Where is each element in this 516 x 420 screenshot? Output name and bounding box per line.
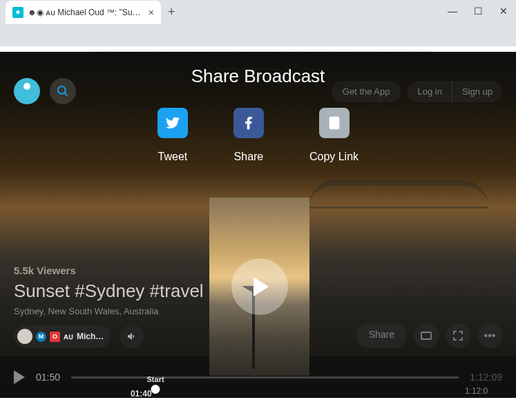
start-time: 01:40 [131,389,152,399]
badge-o: O [50,332,60,342]
bridge-silhouette [309,180,488,214]
svg-rect-2 [329,117,338,129]
share-broadcast-modal: Share Broadcast Tweet Share Copy Link [0,66,516,163]
start-label: Start [147,375,164,383]
scrubber-handle[interactable] [151,385,160,394]
start-marker[interactable]: Start 01:40 [147,375,164,394]
speaker-icon [126,331,137,342]
fullscreen-icon [453,331,463,341]
author-prefix: ᴀᴜ [64,332,73,341]
track: Start 01:40 1:12:0 [71,376,459,379]
svg-rect-3 [421,332,431,339]
tweet-option[interactable]: Tweet [157,108,188,163]
author-name: Mich… [77,332,104,341]
share-title: Share Broadcast [0,66,516,87]
video-location: Sydney, New South Wales, Australia [14,306,204,316]
facebook-icon [233,108,264,138]
tab-bar: ☻◉ ᴀᴜ Michael Oud ™: "Sunset # × + [0,0,516,24]
facebook-label: Share [234,151,264,163]
tweet-label: Tweet [158,151,188,163]
periscope-favicon [12,7,23,18]
link-icon [319,108,350,138]
badge-m: M [36,332,46,342]
share-button[interactable]: Share [356,323,407,348]
play-button[interactable] [14,370,25,384]
browser-tab[interactable]: ☻◉ ᴀᴜ Michael Oud ™: "Sunset # × [6,1,161,24]
page-content: Get the App Log in Sign up Share Broadca… [0,52,516,398]
theater-mode-button[interactable] [414,323,439,348]
close-tab-icon[interactable]: × [149,7,154,18]
end-time: 1:12:0 [465,386,488,396]
avatar [17,329,32,344]
author-pill[interactable]: M O ᴀᴜ Mich… [14,325,111,347]
more-button[interactable]: ••• [477,323,502,348]
duration: 1:12:09 [470,372,502,383]
twitter-icon [157,108,188,138]
copy-link-label: Copy Link [309,151,359,163]
viewer-count: 5.5k Viewers [14,265,204,276]
play-icon [231,258,288,315]
copy-link-option[interactable]: Copy Link [309,108,359,163]
new-tab-button[interactable]: + [168,5,175,19]
right-controls: Share ••• [356,323,502,348]
fullscreen-button[interactable] [446,323,470,348]
video-thumbnail[interactable] [209,198,309,376]
video-title: Sunset #Sydney #travel [14,280,204,302]
tab-title: ☻◉ ᴀᴜ Michael Oud ™: "Sunset # [28,8,144,17]
video-info: 5.5k Viewers Sunset #Sydney #travel Sydn… [14,265,204,348]
volume-button[interactable] [120,325,144,348]
current-time: 01:50 [36,372,60,383]
facebook-option[interactable]: Share [233,108,264,163]
rectangle-icon [421,332,432,340]
